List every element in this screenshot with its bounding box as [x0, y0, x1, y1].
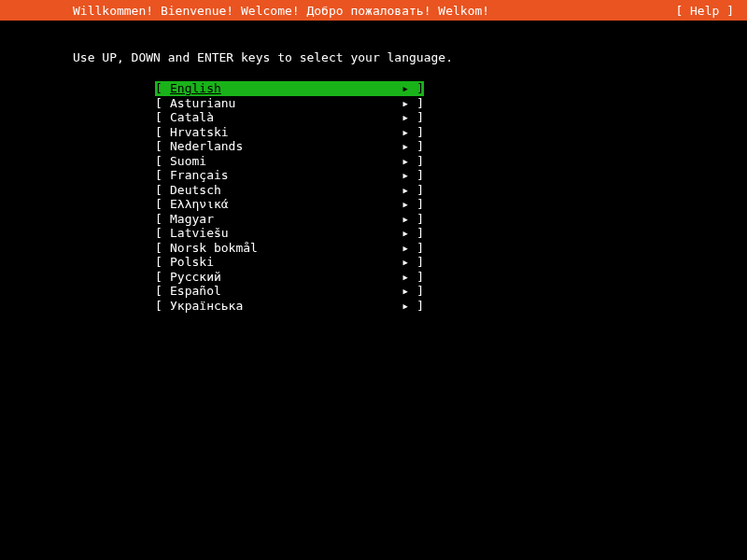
bracket-open: [ [155, 226, 170, 240]
language-name: Latviešu [170, 226, 387, 240]
language-item[interactable]: [ Hrvatski▸ ] [155, 125, 424, 140]
language-name: Polski [170, 255, 387, 269]
language-name: Magyar [170, 212, 387, 226]
bracket-close: ] [409, 197, 424, 211]
bracket-open: [ [155, 241, 170, 255]
bracket-close: ] [409, 241, 424, 255]
language-item[interactable]: [ Deutsch▸ ] [155, 183, 424, 198]
bracket-open: [ [155, 255, 170, 269]
language-name: Español [170, 284, 387, 298]
content-area: Use UP, DOWN and ENTER keys to select yo… [0, 21, 747, 313]
submenu-arrow-icon: ▸ [387, 212, 409, 226]
submenu-arrow-icon: ▸ [387, 139, 409, 153]
submenu-arrow-icon: ▸ [387, 255, 409, 269]
submenu-arrow-icon: ▸ [387, 81, 409, 95]
language-name: Suomi [170, 154, 387, 168]
bracket-open: [ [155, 154, 170, 168]
language-name: Русский [170, 270, 387, 284]
submenu-arrow-icon: ▸ [387, 154, 409, 168]
bracket-close: ] [409, 255, 424, 269]
bracket-open: [ [155, 270, 170, 284]
bracket-open: [ [155, 197, 170, 211]
language-item[interactable]: [ Polski▸ ] [155, 255, 424, 270]
bracket-close: ] [409, 139, 424, 153]
language-name: English [170, 81, 387, 95]
header-bar: Willkommen! Bienvenue! Welcome! Добро по… [0, 0, 747, 21]
submenu-arrow-icon: ▸ [387, 183, 409, 197]
bracket-close: ] [409, 226, 424, 240]
bracket-open: [ [155, 168, 170, 182]
bracket-open: [ [155, 284, 170, 298]
language-item[interactable]: [ Latviešu▸ ] [155, 226, 424, 241]
submenu-arrow-icon: ▸ [387, 168, 409, 182]
bracket-close: ] [409, 183, 424, 197]
language-item[interactable]: [ Asturianu▸ ] [155, 96, 424, 111]
help-button[interactable]: [ Help ] [675, 4, 734, 18]
language-item[interactable]: [ Español▸ ] [155, 284, 424, 299]
language-item[interactable]: [ Français▸ ] [155, 168, 424, 183]
language-list: [ English▸ ][ Asturianu▸ ][ Català▸ ][ H… [155, 81, 424, 313]
language-item[interactable]: [ Magyar▸ ] [155, 212, 424, 227]
bracket-open: [ [155, 81, 170, 95]
bracket-close: ] [409, 168, 424, 182]
language-name: Deutsch [170, 183, 387, 197]
language-item[interactable]: [ Suomi▸ ] [155, 154, 424, 169]
bracket-close: ] [409, 96, 424, 110]
bracket-open: [ [155, 125, 170, 139]
submenu-arrow-icon: ▸ [387, 284, 409, 298]
submenu-arrow-icon: ▸ [387, 226, 409, 240]
submenu-arrow-icon: ▸ [387, 299, 409, 313]
bracket-open: [ [155, 96, 170, 110]
bracket-close: ] [409, 125, 424, 139]
bracket-close: ] [409, 81, 424, 95]
language-name: Asturianu [170, 96, 387, 110]
language-item[interactable]: [ Ελληνικά▸ ] [155, 197, 424, 212]
bracket-open: [ [155, 183, 170, 197]
submenu-arrow-icon: ▸ [387, 241, 409, 255]
bracket-close: ] [409, 212, 424, 226]
bracket-open: [ [155, 110, 170, 124]
bracket-open: [ [155, 299, 170, 313]
header-title: Willkommen! Bienvenue! Welcome! Добро по… [73, 4, 489, 18]
submenu-arrow-icon: ▸ [387, 110, 409, 124]
language-name: Català [170, 110, 387, 124]
bracket-close: ] [409, 270, 424, 284]
language-item[interactable]: [ Nederlands▸ ] [155, 139, 424, 154]
bracket-open: [ [155, 212, 170, 226]
bracket-close: ] [409, 154, 424, 168]
bracket-close: ] [409, 110, 424, 124]
language-name: Hrvatski [170, 125, 387, 139]
submenu-arrow-icon: ▸ [387, 125, 409, 139]
language-item[interactable]: [ Русский▸ ] [155, 270, 424, 285]
language-name: Ελληνικά [170, 197, 387, 211]
language-name: Nederlands [170, 139, 387, 153]
bracket-close: ] [409, 284, 424, 298]
language-name: Norsk bokmål [170, 241, 387, 255]
submenu-arrow-icon: ▸ [387, 96, 409, 110]
bracket-open: [ [155, 139, 170, 153]
language-item[interactable]: [ Català▸ ] [155, 110, 424, 125]
bracket-close: ] [409, 299, 424, 313]
language-item[interactable]: [ Norsk bokmål▸ ] [155, 241, 424, 256]
submenu-arrow-icon: ▸ [387, 197, 409, 211]
submenu-arrow-icon: ▸ [387, 270, 409, 284]
instruction-text: Use UP, DOWN and ENTER keys to select yo… [73, 21, 747, 64]
language-name: Français [170, 168, 387, 182]
language-item[interactable]: [ English▸ ] [155, 81, 424, 96]
language-name: Українська [170, 299, 387, 313]
language-item[interactable]: [ Українська▸ ] [155, 299, 424, 314]
